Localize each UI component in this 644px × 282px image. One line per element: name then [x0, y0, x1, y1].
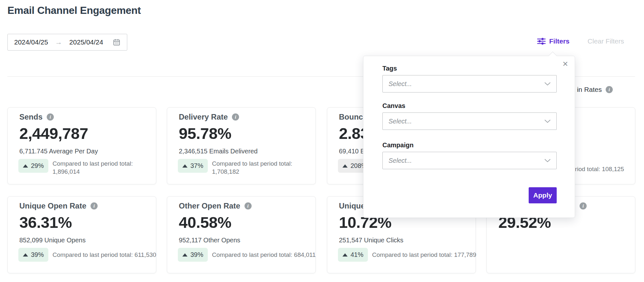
comparison-text: Compared to last period total: 1,708,182	[212, 159, 292, 176]
metric-subtitle: 251,547 Unique Clicks	[339, 237, 403, 244]
clear-filters-button[interactable]: Clear Filters	[588, 37, 624, 45]
comparison-text: Compared to last period total: 177,789	[372, 251, 476, 259]
canvas-placeholder: Select...	[389, 118, 412, 125]
change-badge: 39%	[18, 248, 48, 262]
page-title: Email Channel Engagement	[7, 5, 141, 16]
change-badge: 41%	[338, 248, 368, 262]
info-icon[interactable]: i	[606, 86, 613, 93]
metric-title: Unique Open Rate	[19, 201, 86, 210]
range-arrow-icon: →	[55, 38, 62, 46]
trend-up-icon	[23, 164, 28, 168]
close-icon[interactable]: ✕	[562, 61, 568, 68]
change-badge: 37%	[178, 159, 208, 173]
metric-title: Other Open Rate	[179, 201, 240, 210]
metric-title: Sends	[19, 112, 43, 122]
canvas-select[interactable]: Select...	[382, 112, 557, 130]
info-icon[interactable]: i	[232, 113, 239, 121]
metric-card-unique-open-rate: Unique Open Rate i 36.31% 852,099 Unique…	[7, 196, 156, 273]
metric-subtitle: 2,346,515 Emails Delivered	[179, 148, 258, 155]
canvas-label: Canvas	[382, 102, 557, 110]
date-end: 2025/04/24	[69, 38, 103, 46]
chevron-down-icon	[544, 120, 551, 123]
campaign-placeholder: Select...	[389, 157, 412, 164]
calendar-icon	[113, 38, 120, 46]
trend-up-icon	[342, 253, 348, 257]
change-value: 41%	[351, 251, 363, 258]
campaign-label: Campaign	[382, 141, 557, 149]
change-value: 39%	[190, 251, 203, 258]
metric-subtitle: 6,711.745 Average Per Day	[19, 148, 98, 155]
info-icon[interactable]: i	[245, 202, 252, 209]
chevron-down-icon	[544, 82, 551, 86]
change-value: 37%	[190, 162, 203, 170]
change-value: 29%	[31, 162, 44, 170]
campaign-select[interactable]: Select...	[382, 152, 557, 169]
trend-up-icon	[342, 164, 348, 168]
apply-button[interactable]: Apply	[529, 187, 557, 203]
info-icon[interactable]: i	[580, 202, 587, 209]
change-badge: 39%	[178, 248, 208, 262]
email-engagement-dashboard: Email Channel Engagement 2024/04/25 → 20…	[0, 0, 644, 282]
metric-value: 2,449,787	[19, 124, 88, 143]
tags-select[interactable]: Select...	[382, 75, 557, 92]
change-value: 39%	[31, 251, 44, 258]
filters-button[interactable]: Filters	[537, 37, 570, 45]
metric-subtitle: 852,099 Unique Opens	[19, 237, 86, 244]
date-start: 2024/04/25	[14, 38, 48, 46]
metric-card-sends: Sends i 2,449,787 6,711.745 Average Per …	[7, 107, 156, 184]
filters-sliders-icon	[537, 37, 546, 45]
change-badge: 29%	[18, 159, 48, 173]
metric-value: 40.58%	[179, 213, 231, 232]
info-icon[interactable]: i	[47, 113, 54, 121]
metric-value: 36.31%	[19, 213, 72, 232]
metric-card-other-open-rate: Other Open Rate i 40.58% 952,117 Other O…	[167, 196, 316, 273]
comparison-text: Compared to last period total: 1,896,014	[53, 159, 133, 176]
date-range-picker[interactable]: 2024/04/25 → 2025/04/24	[7, 34, 127, 51]
metric-card-delivery-rate: Delivery Rate i 95.78% 2,346,515 Emails …	[167, 107, 316, 184]
metric-subtitle: 952,117 Other Opens	[179, 237, 240, 244]
tags-label: Tags	[382, 65, 557, 72]
filters-bar: Filters Clear Filters	[537, 37, 624, 45]
filters-popover: ✕ Tags Select... Canvas Select... Campai…	[363, 56, 575, 218]
metric-value: 95.78%	[179, 124, 231, 143]
filters-label: Filters	[549, 37, 570, 45]
trend-up-icon	[182, 164, 187, 168]
tags-placeholder: Select...	[389, 80, 412, 88]
chevron-down-icon	[544, 159, 551, 162]
metric-title: Delivery Rate	[179, 112, 228, 122]
comparison-text: Compared to last period total: 611,530	[53, 251, 156, 259]
info-icon[interactable]: i	[91, 202, 98, 209]
trend-up-icon	[182, 253, 187, 257]
trend-up-icon	[23, 253, 28, 257]
comparison-text: Compared to last period total: 684,011	[212, 251, 316, 259]
